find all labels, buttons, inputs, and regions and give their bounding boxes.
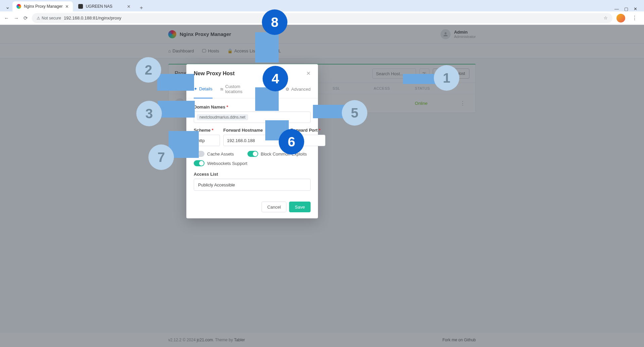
reload-icon[interactable]: ⟳: [24, 15, 28, 21]
close-modal-button[interactable]: ✕: [306, 70, 311, 77]
annotation-arrow-5: [313, 105, 347, 118]
url-text: 192.168.0.188:81/nginx/proxy: [64, 15, 121, 20]
svg-line-3: [260, 89, 272, 104]
bookmark-icon[interactable]: ☆: [604, 15, 608, 20]
minimize-icon[interactable]: —: [614, 6, 619, 11]
back-icon[interactable]: ←: [4, 15, 9, 21]
tab-advanced[interactable]: ⚙Advanced: [285, 81, 311, 98]
annotation-arrow-1: [403, 74, 436, 84]
access-list-label: Access List: [194, 172, 311, 177]
cache-assets-label: Cache Assets: [207, 151, 234, 157]
svg-line-6: [172, 134, 192, 155]
warning-icon: ⚠: [37, 16, 40, 20]
more-icon[interactable]: ⋮: [629, 15, 640, 21]
annotation-marker-1: 1: [434, 65, 459, 91]
address-bar[interactable]: ⚠ Not secure 192.168.0.188:81/nginx/prox…: [32, 13, 612, 23]
browser-toolbar: ← → ⟳ ⚠ Not secure 192.168.0.188:81/ngin…: [0, 11, 644, 25]
tab-custom-locations[interactable]: ≋Custom locations: [220, 81, 257, 98]
chevron-down-icon[interactable]: ⌄: [3, 4, 12, 11]
modal-overlay[interactable]: [0, 25, 644, 347]
not-secure-label: Not secure: [42, 16, 61, 20]
tab-title: Nginx Proxy Manager: [24, 4, 62, 9]
tab-label: Details: [199, 86, 213, 91]
domain-tag[interactable]: nextcloudmarius.ddns.net: [197, 114, 248, 120]
save-button[interactable]: Save: [289, 202, 311, 212]
tab-favicon: [78, 4, 83, 9]
access-list-value: Publicly Accessible: [198, 182, 235, 187]
annotation-arrow-3: [158, 101, 195, 118]
annotation-marker-5: 5: [342, 100, 367, 126]
tab-details[interactable]: ✦Details: [194, 81, 213, 98]
maximize-icon[interactable]: ▢: [624, 6, 628, 11]
svg-line-2: [161, 106, 188, 114]
close-icon[interactable]: ✕: [127, 4, 131, 9]
not-secure-badge: ⚠ Not secure: [37, 16, 61, 20]
annotation-marker-7: 7: [148, 144, 174, 170]
svg-line-5: [269, 122, 284, 134]
domain-names-label: Domain Names *: [194, 104, 311, 110]
tab-title: UGREEN NAS: [86, 4, 112, 9]
svg-line-7: [260, 34, 272, 57]
window-controls: — ▢ ✕: [610, 6, 641, 11]
annotation-arrow-2: [157, 74, 194, 91]
tab-label: Custom locations: [225, 84, 257, 94]
annotation-marker-8: 8: [262, 9, 287, 35]
annotation-marker-4: 4: [263, 66, 288, 91]
forward-icon[interactable]: →: [14, 15, 19, 21]
access-list-select[interactable]: Publicly Accessible: [194, 179, 311, 191]
tab-label: Advanced: [291, 87, 311, 92]
layers-icon: ≋: [220, 87, 224, 92]
websockets-toggle[interactable]: [194, 160, 204, 166]
annotation-marker-3: 3: [136, 101, 162, 126]
svg-line-4: [318, 108, 343, 112]
new-tab-button[interactable]: ＋: [136, 4, 147, 11]
cancel-button[interactable]: Cancel: [262, 202, 286, 212]
websockets-label: Websockets Support: [207, 161, 247, 166]
gear-icon: ⚙: [285, 87, 289, 92]
annotation-marker-6: 6: [279, 129, 304, 155]
modal-title: New Proxy Host: [194, 71, 235, 77]
svg-line-1: [160, 74, 187, 84]
profile-avatar[interactable]: [616, 14, 625, 23]
browser-tab-strip: ⌄ Nginx Proxy Manager ✕ UGREEN NAS ✕ ＋ —…: [0, 0, 644, 11]
annotation-marker-2: 2: [136, 57, 161, 83]
tab-favicon: [16, 4, 21, 9]
domain-names-input[interactable]: nextcloudmarius.ddns.net: [194, 112, 311, 123]
block-exploits-toggle[interactable]: [247, 151, 258, 157]
annotation-arrow-8: [255, 32, 279, 62]
sliders-icon: ✦: [194, 86, 197, 91]
browser-tab-inactive[interactable]: UGREEN NAS ✕: [74, 1, 135, 11]
close-window-icon[interactable]: ✕: [634, 6, 637, 11]
close-icon[interactable]: ✕: [65, 4, 69, 9]
browser-tab-active[interactable]: Nginx Proxy Manager ✕: [12, 1, 73, 11]
